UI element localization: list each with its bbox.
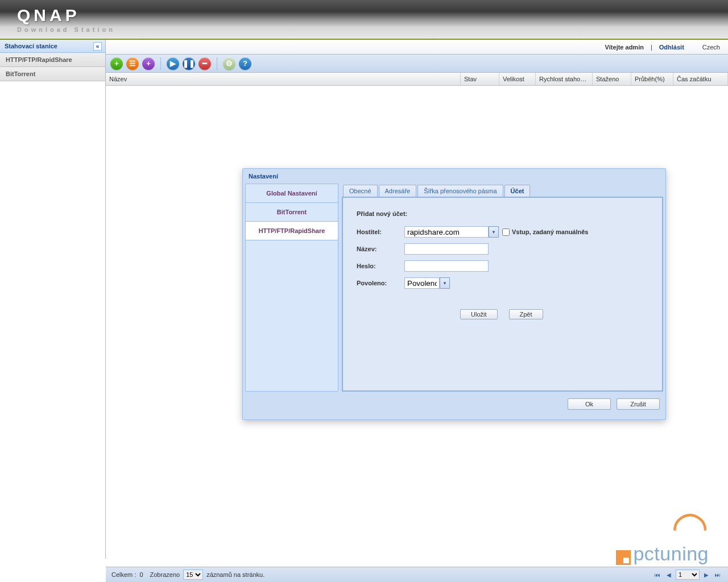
password-label: Heslo: (357, 263, 404, 269)
records-label: záznamů na stránku. (206, 571, 264, 578)
tab-directories[interactable]: Adresáře (379, 185, 417, 197)
nav-bittorrent[interactable]: BitTorrent (246, 203, 338, 222)
brand-subtitle: Download Station (17, 26, 115, 33)
topbar: Vítejte admin | Odhlásit Czech (106, 40, 728, 55)
last-page-icon[interactable]: ⏭ (713, 570, 722, 579)
col-progress[interactable]: Průběh(%) (631, 73, 673, 85)
square-icon (616, 550, 631, 565)
host-label: Hostitel: (357, 228, 404, 235)
pause-icon[interactable]: ❚❚ (183, 57, 195, 70)
toolbar: + ☰ + ▶ ❚❚ ━ ⚙ ? (106, 55, 728, 73)
nav-http[interactable]: HTTP/FTP/RapidShare (246, 222, 338, 240)
tab-bandwidth[interactable]: Šířka přenosového pásma (417, 185, 503, 197)
enabled-combo[interactable]: ▼ (404, 277, 450, 289)
modal-title: Nastavení (243, 169, 665, 184)
app-header: QNAP Download Station (0, 0, 728, 40)
collapse-icon[interactable]: « (93, 42, 102, 51)
language-label[interactable]: Czech (702, 44, 720, 51)
col-size[interactable]: Velikost (499, 73, 536, 85)
settings-modal: Nastavení Global Nastavení BitTorrent HT… (242, 168, 666, 420)
name-input[interactable] (404, 243, 489, 255)
settings-nav: Global Nastavení BitTorrent HTTP/FTP/Rap… (245, 184, 338, 392)
pager: ⏮ ◀ 1 ▶ ⏭ (653, 569, 722, 580)
tab-account[interactable]: Účet (504, 185, 531, 197)
col-start[interactable]: Čas začátku (673, 73, 728, 85)
enabled-input[interactable] (404, 277, 440, 289)
content-area: Vítejte admin | Odhlásit Czech + ☰ + ▶ ❚… (106, 40, 728, 559)
next-page-icon[interactable]: ▶ (702, 570, 711, 579)
manual-label: Vstup, zadaný manuálněs (512, 228, 588, 235)
watermark: ◠ pctuning (616, 516, 709, 565)
separator: | (651, 44, 652, 51)
grid-header: Název Stav Velikost Rychlost staho… Staž… (106, 73, 728, 86)
col-downloaded[interactable]: Staženo (593, 73, 631, 85)
tab-general[interactable]: Obecné (343, 185, 378, 197)
tab-panel: Přidat nový účet: Hostitel: ▼ Vstup, zad… (342, 197, 663, 392)
prev-page-icon[interactable]: ◀ (664, 570, 673, 579)
brand-name: QNAP (17, 6, 115, 25)
welcome-text: Vítejte admin (605, 44, 643, 51)
nav-global[interactable]: Global Nastavení (246, 184, 338, 203)
back-button[interactable]: Zpět (509, 309, 543, 319)
tabs: Obecné Adresáře Šířka přenosového pásma … (342, 184, 663, 197)
brand-logo: QNAP Download Station (17, 6, 115, 33)
save-button[interactable]: Uložit (460, 309, 498, 319)
col-state[interactable]: Stav (461, 73, 499, 85)
add-account-label: Přidat nový účet: (357, 210, 648, 217)
statusbar: Celkem : 0 Zobrazeno 15 záznamů na strán… (106, 567, 728, 582)
start-icon[interactable]: ▶ (167, 57, 179, 70)
add-icon[interactable]: + (110, 57, 123, 70)
toolbar-separator (217, 57, 217, 70)
toolbar-separator (160, 57, 161, 70)
stop-icon[interactable]: ━ (198, 57, 211, 70)
chevron-down-icon[interactable]: ▼ (440, 277, 450, 289)
ok-button[interactable]: Ok (568, 398, 611, 410)
total-value: 0 (139, 571, 143, 578)
rss-icon[interactable]: ☰ (126, 57, 139, 70)
cancel-button[interactable]: Zrušit (617, 398, 660, 410)
password-input[interactable] (404, 260, 489, 272)
host-input[interactable] (404, 226, 489, 238)
page-select[interactable]: 1 (676, 569, 700, 580)
sidebar-title: Stahovací stanice « (0, 40, 105, 53)
sidebar-item-bittorrent[interactable]: BitTorrent (0, 67, 105, 81)
modal-footer: Ok Zrušit (243, 394, 665, 414)
add-url-icon[interactable]: + (142, 57, 155, 70)
settings-icon[interactable]: ⚙ (223, 57, 235, 70)
col-speed[interactable]: Rychlost staho… (536, 73, 593, 85)
chevron-down-icon[interactable]: ▼ (489, 226, 499, 238)
sidebar-title-text: Stahovací stanice (5, 43, 57, 49)
manual-checkbox[interactable] (502, 228, 510, 236)
settings-body: Obecné Adresáře Šířka přenosového pásma … (342, 184, 663, 392)
help-icon[interactable]: ? (239, 57, 251, 70)
watermark-text: pctuning (633, 543, 709, 565)
enabled-label: Povoleno: (357, 280, 404, 286)
logout-link[interactable]: Odhlásit (659, 44, 684, 51)
name-label: Název: (357, 246, 404, 252)
sidebar: Stahovací stanice « HTTP/FTP/RapidShare … (0, 40, 106, 559)
col-name[interactable]: Název (106, 73, 461, 85)
sidebar-item-http[interactable]: HTTP/FTP/RapidShare (0, 53, 105, 67)
first-page-icon[interactable]: ⏮ (653, 570, 662, 579)
total-label: Celkem : (111, 571, 136, 578)
per-page-select[interactable]: 15 (183, 569, 203, 580)
host-combo[interactable]: ▼ (404, 226, 499, 238)
shown-label: Zobrazeno (150, 571, 180, 578)
